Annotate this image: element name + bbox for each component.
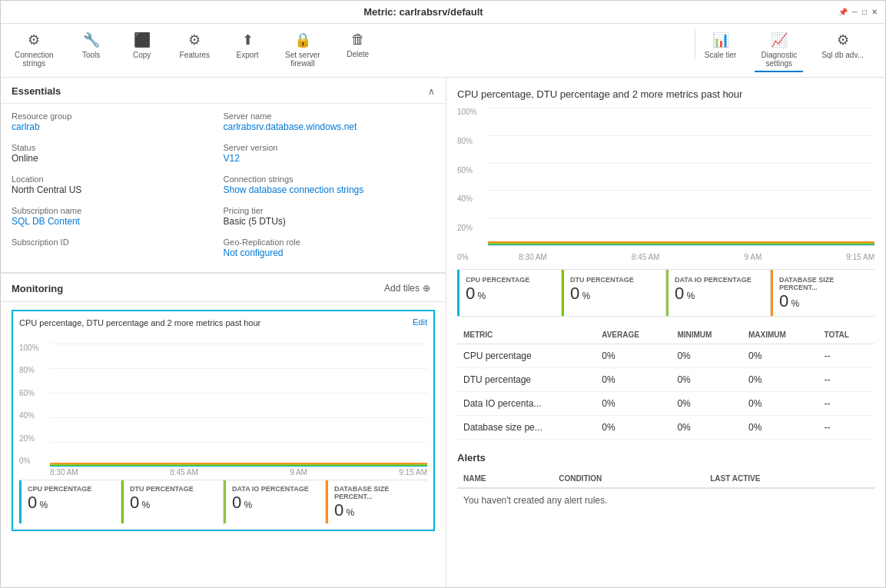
col-total: TOTAL xyxy=(818,326,874,344)
grid-line xyxy=(50,368,427,369)
toolbar-delete[interactable]: 🗑 Delete xyxy=(339,28,377,71)
monitoring-header: Monitoring Add tiles ⊕ xyxy=(1,273,446,302)
toolbar-export[interactable]: ⬆ Export xyxy=(228,28,267,71)
right-cpu-name: CPU PERCENTAGE xyxy=(466,276,555,284)
server-name-value[interactable]: carlrabsrv.database.windows.net xyxy=(224,121,436,132)
grid-line xyxy=(488,135,874,136)
row2-average: 0% xyxy=(596,368,671,392)
collapse-icon[interactable]: ∧ xyxy=(428,86,435,97)
toolbar-tools[interactable]: 🔧 Tools xyxy=(72,28,111,71)
right-db-size-value: 0 xyxy=(779,291,788,311)
toolbar-copy[interactable]: ⬛ Copy xyxy=(123,28,161,71)
scale-icon: 📊 xyxy=(712,32,729,48)
alerts-table: NAME CONDITION LAST ACTIVE xyxy=(457,470,874,489)
alerts-col-last-active: LAST ACTIVE xyxy=(704,470,874,488)
right-metric-tiles: CPU PERCENTAGE 0 % DTU PERCENTAGE 0 % DA… xyxy=(457,269,874,317)
row4-total: -- xyxy=(818,416,874,440)
server-version-field: Server version V12 xyxy=(224,143,436,164)
geo-replication-value[interactable]: Not configured xyxy=(224,247,436,258)
metric-tile-cpu[interactable]: CPU PERCENTAGE 0 % xyxy=(19,480,121,523)
window-title: Metric: carlrabsrv/default xyxy=(363,6,483,18)
right-dtu-name: DTU PERCENTAGE xyxy=(570,276,659,284)
tools-icon: 🔧 xyxy=(83,32,100,48)
row2-total: -- xyxy=(818,368,874,392)
table-row: CPU percentage 0% 0% 0% -- xyxy=(457,344,874,368)
alerts-title: Alerts xyxy=(457,452,874,463)
grid-line xyxy=(488,163,874,164)
metric-dtu-value-row: 0 % xyxy=(130,494,217,511)
alerts-col-condition: CONDITION xyxy=(553,470,704,488)
metric-tile-data-io[interactable]: DATA IO PERCENTAGE 0 % xyxy=(224,480,326,523)
subscription-id-field: Subscription ID xyxy=(12,238,224,247)
toolbar-connection-strings[interactable]: ⚙ Connectionstrings xyxy=(8,28,60,71)
metric-data-io-name: DATA IO PERCENTAGE xyxy=(232,485,319,493)
alerts-empty-message: You haven't created any alert rules. xyxy=(457,489,874,512)
status-value: Online xyxy=(12,153,224,164)
table-row: Database size pe... 0% 0% 0% -- xyxy=(457,416,874,440)
right-db-size-unit: % xyxy=(791,298,800,309)
right-metric-tile-db-size[interactable]: DATABASE SIZE PERCENT... 0 % xyxy=(771,270,874,316)
server-name-field: Server name carlrabsrv.database.windows.… xyxy=(224,111,436,132)
row4-metric: Database size pe... xyxy=(457,416,596,440)
right-data-io-unit: % xyxy=(687,291,695,301)
toolbar-set-server-firewall[interactable]: 🔒 Set serverfirewall xyxy=(279,28,327,71)
grid-line xyxy=(50,417,427,418)
col-minimum: MINIMUM xyxy=(671,326,742,344)
maximize-icon[interactable]: □ xyxy=(862,8,867,16)
right-metric-tile-dtu[interactable]: DTU PERCENTAGE 0 % xyxy=(562,270,666,316)
connection-strings-value[interactable]: Show database connection strings xyxy=(224,184,436,195)
grid-line xyxy=(50,344,427,344)
right-chart-title: CPU percentage, DTU percentage and 2 mor… xyxy=(457,88,874,100)
metric-data-io-unit: % xyxy=(244,500,253,510)
grid-line xyxy=(488,190,874,191)
table-row: DTU percentage 0% 0% 0% -- xyxy=(457,368,874,392)
status-field: Status Online xyxy=(12,143,224,164)
server-name-label: Server name xyxy=(224,111,436,121)
resource-group-value[interactable]: carlrab xyxy=(12,121,224,132)
alerts-col-name: NAME xyxy=(457,470,553,488)
subscription-id-label: Subscription ID xyxy=(12,238,224,247)
essentials-header: Essentials ∧ xyxy=(1,78,446,104)
toolbar-features[interactable]: ⚙ Features xyxy=(174,28,216,71)
add-tiles-button[interactable]: Add tiles ⊕ xyxy=(380,281,435,295)
metrics-table-head: METRIC AVERAGE MINIMUM MAXIMUM TOTAL xyxy=(457,326,874,344)
location-field: Location North Central US xyxy=(12,174,224,195)
minimize-icon[interactable]: ─ xyxy=(852,8,858,16)
pin-icon[interactable]: 📌 xyxy=(838,8,848,16)
right-dtu-unit: % xyxy=(582,291,591,301)
right-cpu-unit: % xyxy=(478,291,486,301)
right-data-io-value: 0 xyxy=(675,284,684,303)
right-dtu-value: 0 xyxy=(570,284,579,303)
row2-maximum: 0% xyxy=(742,368,818,392)
grid-line xyxy=(488,218,874,218)
metric-db-size-value-row: 0 % xyxy=(334,502,421,519)
right-metric-tile-cpu[interactable]: CPU PERCENTAGE 0 % xyxy=(457,270,562,316)
right-metric-tile-data-io[interactable]: DATA IO PERCENTAGE 0 % xyxy=(666,270,771,316)
toolbar: ⚙ Connectionstrings 🔧 Tools ⬛ Copy ⚙ Fea… xyxy=(1,24,885,78)
chart-area-left: 100% 80% 60% 40% 20% 0% xyxy=(19,344,427,467)
toolbar-diagnostic[interactable]: 📈 Diagnosticsettings xyxy=(755,28,803,72)
pricing-tier-value: Basic (5 DTUs) xyxy=(224,216,436,227)
close-icon[interactable]: ✕ xyxy=(871,8,878,16)
chart-plot-left xyxy=(50,344,427,467)
copy-icon: ⬛ xyxy=(134,32,151,48)
location-value: North Central US xyxy=(12,184,224,195)
row1-metric: CPU percentage xyxy=(457,344,596,368)
chart-header: Edit CPU percentage, DTU percentage and … xyxy=(19,317,427,328)
toolbar-advisor[interactable]: ⚙ Sql db adv... xyxy=(815,28,870,72)
edit-link[interactable]: Edit xyxy=(413,317,427,327)
geo-replication-field: Geo-Replication role Not configured xyxy=(224,238,436,258)
row4-minimum: 0% xyxy=(671,416,742,440)
metric-tile-db-size[interactable]: DATABASE SIZE PERCENT... 0 % xyxy=(326,480,427,523)
subscription-name-value[interactable]: SQL DB Content xyxy=(12,216,224,227)
db-size-line xyxy=(50,463,427,464)
add-tiles-label: Add tiles xyxy=(384,283,420,294)
essentials-grid: Resource group carlrab Status Online Loc… xyxy=(1,104,446,272)
metric-db-size-value: 0 xyxy=(334,500,343,520)
metric-tile-dtu[interactable]: DTU PERCENTAGE 0 % xyxy=(121,480,224,523)
metric-data-io-value-row: 0 % xyxy=(232,494,319,511)
connection-strings-label: Connection strings xyxy=(224,174,436,184)
row3-total: -- xyxy=(818,392,874,416)
server-version-value[interactable]: V12 xyxy=(224,153,436,164)
toolbar-scale[interactable]: 📊 Scale tier xyxy=(699,28,743,72)
